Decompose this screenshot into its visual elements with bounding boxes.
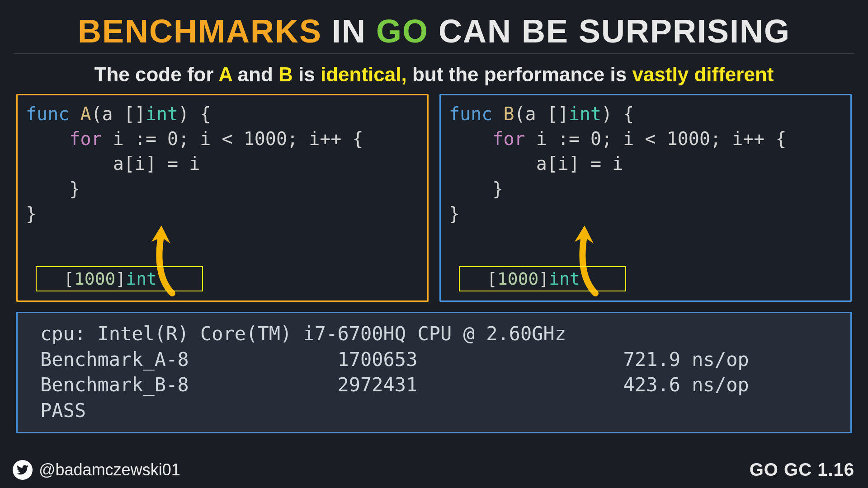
loop-body: a[i] = i [449,153,623,174]
array-size: 1000 [74,269,116,289]
type-int: int [146,103,178,124]
array-type: int [126,269,157,289]
title-word-in: IN [332,13,366,49]
brace-close-outer: } [26,203,37,224]
array-type: int [549,269,580,289]
twitter-handle: @badamczewski01 [39,460,180,479]
kw-func: func [26,103,69,124]
slide-subtitle: The code for A and B is identical, but t… [14,63,854,86]
out-bench-b: Benchmark_B-8 2972431 423.6 ns/op [40,374,749,396]
sig-open: (a [] [91,103,146,124]
sub-vast: vastly different [632,63,774,85]
sub-p3: is [293,63,321,85]
sig-close: ) { [601,103,634,124]
divider [14,53,854,54]
fn-name-b: B [503,103,514,124]
out-cpu: cpu: Intel(R) Core(TM) i7-6700HQ CPU @ 2… [40,323,566,345]
title-word-rest: CAN BE SURPRISING [439,13,790,49]
code-box-b: func B(a []int) { for i := 0; i < 1000; … [439,94,852,302]
array-type-label: [1000]int [459,266,626,291]
twitter-icon [13,460,33,480]
sig-open: (a [] [514,103,569,124]
kw-for: for [492,128,525,149]
brace-close-inner: } [449,178,503,199]
array-type-label: [1000]int [36,266,203,291]
loop-head: i := 0; i < 1000; i++ { [102,128,363,149]
brace-close-outer: } [449,203,460,224]
bracket-close: ] [538,269,549,289]
kw-func: func [449,103,492,124]
go-version-label: GO GC 1.16 [750,460,854,480]
sub-ident: identical, [321,63,407,85]
kw-for: for [69,128,102,149]
sub-p2: and [232,63,278,85]
sub-b: B [278,63,293,85]
out-bench-a: Benchmark_A-8 1700653 721.9 ns/op [40,348,749,371]
code-columns: func A(a []int) { for i := 0; i < 1000; … [14,94,854,302]
benchmark-output-box: cpu: Intel(R) Core(TM) i7-6700HQ CPU @ 2… [16,312,852,433]
sub-a: A [218,63,232,85]
sub-p1: The code for [94,63,219,85]
loop-body: a[i] = i [26,153,200,174]
brace-close-inner: } [26,178,80,199]
bracket-close: ] [115,269,126,289]
loop-head: i := 0; i < 1000; i++ { [525,128,787,149]
code-b: func B(a []int) { for i := 0; i < 1000; … [449,102,842,226]
benchmark-output: cpu: Intel(R) Core(TM) i7-6700HQ CPU @ 2… [40,321,828,424]
bracket-open: [ [64,269,74,289]
out-pass: PASS [40,399,86,422]
sig-close: ) { [178,103,211,124]
fn-name-a: A [80,103,91,124]
sub-p4: but the performance is [407,63,632,85]
array-size: 1000 [497,269,539,289]
footer-handle: @badamczewski01 [13,460,180,480]
bracket-open: [ [487,269,497,289]
type-int: int [569,103,601,124]
code-a: func A(a []int) { for i := 0; i < 1000; … [26,102,419,226]
code-box-a: func A(a []int) { for i := 0; i < 1000; … [16,94,429,302]
slide-title: BENCHMARKS IN GO CAN BE SURPRISING [14,13,854,50]
title-word-go: GO [376,13,429,49]
slide: BENCHMARKS IN GO CAN BE SURPRISING The c… [0,0,868,488]
title-word-benchmarks: BENCHMARKS [78,13,322,49]
